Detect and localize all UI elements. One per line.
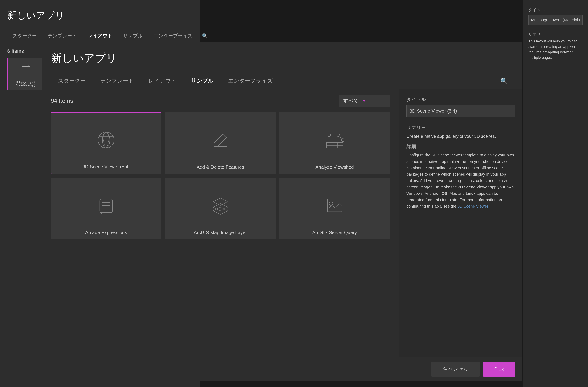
front-card-icon-landscape bbox=[325, 183, 345, 228]
back-card-multipage[interactable]: Multipage Layout(Material Design) bbox=[7, 58, 43, 90]
cancel-button[interactable]: キャンセル bbox=[431, 362, 480, 377]
front-card-arcade-expressions[interactable]: Arcade Expressions bbox=[51, 178, 161, 239]
svg-point-26 bbox=[329, 202, 333, 205]
back-card-label-multipage: Multipage Layout(Material Design) bbox=[16, 81, 35, 87]
back-panel-summary-text: This layout will help you to get started… bbox=[528, 39, 583, 60]
front-dropdown-arrow-icon: ▼ bbox=[362, 99, 366, 103]
frp-title-input[interactable] bbox=[406, 105, 515, 117]
front-dialog-footer: キャンセル 作成 bbox=[42, 357, 522, 381]
front-card-icon-layers bbox=[210, 183, 230, 228]
back-tabs-row: スターター テンプレート レイアウト サンプル エンタープライズ 🔍 bbox=[7, 29, 192, 43]
front-card-label-arcgis-server-query: ArcGIS Server Query bbox=[312, 228, 357, 236]
svg-point-10 bbox=[328, 134, 331, 137]
back-tab-layout[interactable]: レイアウト bbox=[82, 29, 118, 43]
back-tab-template[interactable]: テンプレート bbox=[42, 29, 82, 43]
back-dialog-header: 新しいアプリ スターター テンプレート レイアウト サンプル エンタープライズ … bbox=[0, 0, 200, 43]
front-card-label-arcade-expressions: Arcade Expressions bbox=[85, 228, 127, 236]
front-filter-label: すべて bbox=[343, 97, 359, 104]
back-tab-sample[interactable]: サンプル bbox=[118, 29, 148, 43]
front-content-area: 94 Items すべて ▼ bbox=[42, 89, 522, 357]
frp-detail-link[interactable]: 3D Scene Viewer bbox=[457, 204, 488, 209]
front-search-icon[interactable]: 🔍 bbox=[495, 73, 513, 89]
front-card-3d-scene-viewer[interactable]: 3D Scene Viewer (5.4) bbox=[51, 112, 161, 174]
svg-rect-25 bbox=[327, 199, 342, 212]
front-tab-starter[interactable]: スターター bbox=[51, 73, 93, 89]
front-main-area: 94 Items すべて ▼ bbox=[42, 89, 399, 357]
front-tab-template[interactable]: テンプレート bbox=[93, 73, 141, 89]
front-card-label-analyze-viewshed: Analyze Viewshed bbox=[315, 162, 354, 170]
front-tab-sample[interactable]: サンプル bbox=[184, 73, 221, 89]
svg-line-8 bbox=[222, 135, 226, 138]
svg-point-12 bbox=[341, 139, 344, 142]
frp-title-label: タイトル bbox=[406, 96, 515, 103]
front-card-icon-globe bbox=[95, 118, 117, 162]
frp-detail-text: Configure the 3D Scene Viewer template t… bbox=[406, 152, 515, 209]
svg-marker-22 bbox=[213, 198, 228, 205]
back-tab-starter[interactable]: スターター bbox=[7, 29, 42, 43]
front-dialog: 新しいアプリ スターター テンプレート レイアウト サンプル エンタープライズ … bbox=[42, 42, 522, 381]
front-card-label-3d-scene-viewer: 3D Scene Viewer (5.4) bbox=[82, 162, 130, 170]
back-search-icon[interactable]: 🔍 bbox=[198, 29, 212, 43]
front-card-analyze-viewshed[interactable]: Analyze Viewshed bbox=[279, 112, 390, 174]
front-dialog-header: 新しいアプリ スターター テンプレート レイアウト サンプル エンタープライズ … bbox=[42, 42, 522, 89]
back-dialog-title: 新しいアプリ bbox=[7, 9, 192, 22]
front-dialog-title: 新しいアプリ bbox=[51, 51, 513, 65]
front-right-panel: タイトル サマリー Create a native app gallery of… bbox=[399, 89, 522, 357]
front-tab-enterprise[interactable]: エンタープライズ bbox=[221, 73, 280, 89]
back-panel-title-label: タイトル bbox=[528, 7, 583, 13]
front-tabs-row: スターター テンプレート レイアウト サンプル エンタープライズ 🔍 bbox=[51, 73, 513, 89]
front-card-label-add-delete: Add & Delete Features bbox=[196, 162, 244, 170]
frp-summary-label: サマリー bbox=[406, 125, 515, 131]
back-panel-title-input[interactable] bbox=[528, 15, 583, 25]
create-button[interactable]: 作成 bbox=[483, 362, 515, 377]
frp-summary-text: Create a native app gallery of your 3D s… bbox=[406, 133, 515, 140]
back-tab-enterprise[interactable]: エンタープライズ bbox=[148, 29, 198, 43]
front-card-icon-pencil bbox=[210, 118, 230, 162]
front-card-arcgis-map-image[interactable]: ArcGIS Map Image Layer bbox=[165, 178, 276, 239]
front-card-arcgis-server-query[interactable]: ArcGIS Server Query bbox=[279, 178, 390, 239]
front-cards-grid: 3D Scene Viewer (5.4) Add & Delete Featu… bbox=[51, 112, 390, 239]
back-right-panel: タイトル サマリー This layout will help you to g… bbox=[523, 0, 588, 387]
front-card-label-arcgis-map-image: ArcGIS Map Image Layer bbox=[194, 228, 247, 236]
front-card-icon-scroll bbox=[96, 183, 116, 228]
svg-point-11 bbox=[337, 134, 340, 137]
back-panel-summary-label: サマリー bbox=[528, 32, 583, 37]
front-filter-dropdown[interactable]: すべて ▼ bbox=[339, 95, 390, 107]
front-items-count: 94 Items bbox=[51, 97, 73, 104]
back-card-icon-multipage bbox=[19, 61, 32, 81]
front-items-bar: 94 Items すべて ▼ bbox=[51, 95, 390, 107]
front-tab-layout[interactable]: レイアウト bbox=[141, 73, 184, 89]
svg-line-14 bbox=[340, 136, 341, 139]
front-card-add-delete[interactable]: Add & Delete Features bbox=[165, 112, 276, 174]
frp-detail-label: 詳細 bbox=[406, 143, 515, 150]
front-card-icon-chart-grid bbox=[324, 118, 345, 162]
